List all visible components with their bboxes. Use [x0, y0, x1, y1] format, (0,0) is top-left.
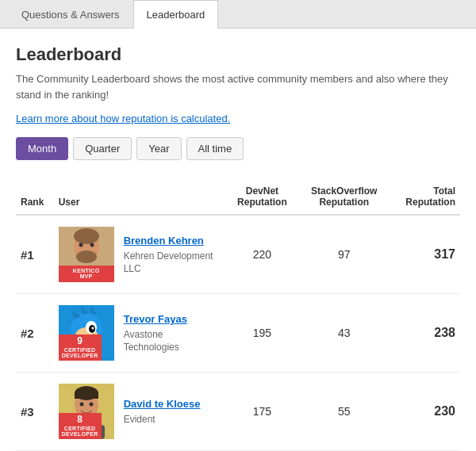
- devnet-2: 195: [222, 294, 302, 373]
- svg-point-15: [91, 327, 94, 330]
- page-description: The Community Leaderboard shows the most…: [16, 71, 460, 102]
- badge-num-3: 8: [77, 415, 83, 425]
- badge-text-3: CERTIFIEDDEVELOPER: [62, 426, 98, 438]
- badge-2: 9 CERTIFIEDDEVELOPER: [59, 334, 102, 361]
- main-content: Leaderboard The Community Leaderboard sh…: [0, 29, 476, 451]
- col-header-rank: Rank: [16, 179, 54, 215]
- col-header-user: User: [54, 179, 223, 215]
- svg-point-6: [90, 243, 94, 247]
- table-row: #1: [16, 215, 460, 294]
- badge-num-2: 9: [77, 336, 83, 346]
- svg-point-22: [79, 403, 83, 407]
- filter-year[interactable]: Year: [136, 137, 181, 160]
- user-cell-3: 8 CERTIFIEDDEVELOPER David te Kloese Evi…: [54, 373, 223, 451]
- col-header-total: Total Reputation: [386, 179, 460, 215]
- filter-quarter[interactable]: Quarter: [73, 137, 132, 160]
- avatar-wrap-1: KENTICOMVP: [59, 227, 114, 282]
- user-name-2[interactable]: Trevor Fayas: [124, 313, 218, 325]
- filter-month[interactable]: Month: [16, 137, 68, 160]
- svg-point-23: [89, 403, 93, 407]
- user-name-1[interactable]: Brenden Kehren: [124, 235, 218, 247]
- devnet-1: 220: [222, 215, 302, 294]
- user-cell-2: 9 CERTIFIEDDEVELOPER Trevor Fayas Avasto…: [54, 294, 223, 373]
- user-company-3: Evident: [124, 414, 155, 425]
- user-info-2: Trevor Fayas Avastone Technologies: [124, 313, 218, 353]
- total-1: 317: [386, 215, 460, 294]
- user-info-1: Brenden Kehren Kehren Development LLC: [124, 235, 218, 274]
- rank-2: #2: [16, 294, 54, 373]
- badge-3: 8 CERTIFIEDDEVELOPER: [59, 413, 102, 439]
- stackoverflow-3: 55: [302, 373, 386, 451]
- badge-1: KENTICOMVP: [59, 266, 114, 282]
- stackoverflow-2: 43: [302, 294, 386, 373]
- tab-leaderboard[interactable]: Leaderboard: [133, 0, 219, 29]
- total-3: 230: [386, 373, 460, 451]
- user-info-3: David te Kloese Evident: [124, 398, 201, 425]
- user-company-1: Kehren Development LLC: [124, 250, 213, 274]
- col-header-devnet: DevNetReputation: [222, 179, 302, 215]
- filter-alltime[interactable]: All time: [186, 137, 244, 160]
- badge-text-1: KENTICOMVP: [73, 267, 100, 281]
- avatar-wrap-2: 9 CERTIFIEDDEVELOPER: [59, 305, 114, 361]
- svg-rect-20: [75, 392, 98, 399]
- devnet-3: 175: [222, 373, 302, 451]
- user-name-3[interactable]: David te Kloese: [124, 398, 201, 410]
- learn-more-link[interactable]: Learn more about how reputation is calcu…: [16, 113, 230, 124]
- table-row: #2: [16, 294, 460, 373]
- stackoverflow-1: 97: [302, 215, 386, 294]
- rank-1: #1: [16, 215, 54, 294]
- page-title: Leaderboard: [16, 44, 460, 65]
- svg-point-3: [76, 250, 97, 263]
- tab-questions-answers[interactable]: Questions & Answers: [8, 0, 133, 29]
- tabs-bar: Questions & Answers Leaderboard: [0, 0, 476, 29]
- badge-text-2: CERTIFIEDDEVELOPER: [62, 347, 98, 359]
- filter-buttons: Month Quarter Year All time: [16, 137, 460, 160]
- total-2: 238: [386, 294, 460, 373]
- table-row: #3: [16, 373, 460, 451]
- svg-point-5: [79, 243, 83, 247]
- avatar-wrap-3: 8 CERTIFIEDDEVELOPER: [59, 384, 114, 439]
- leaderboard-table: Rank User DevNetReputation StackOverflow…: [16, 179, 460, 451]
- user-company-2: Avastone Technologies: [124, 329, 179, 353]
- col-header-stackoverflow: StackOverflowReputation: [302, 179, 386, 215]
- svg-point-2: [74, 228, 99, 244]
- rank-3: #3: [16, 373, 54, 451]
- user-cell-1: KENTICOMVP Brenden Kehren Kehren Develop…: [54, 215, 223, 294]
